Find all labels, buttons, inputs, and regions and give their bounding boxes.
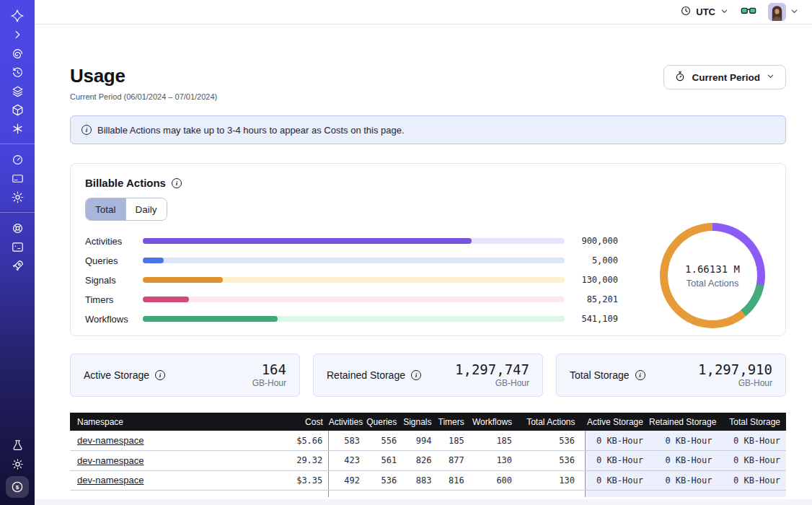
- bar-value: 541,109: [573, 314, 618, 324]
- cell-queries: 536: [366, 470, 402, 491]
- info-icon[interactable]: i: [172, 178, 182, 188]
- cell-retained_storage: 0 KB-Hour: [649, 431, 718, 451]
- bar-label: Timers: [85, 294, 134, 305]
- bar-row: Activities900,000: [85, 237, 618, 245]
- bar-value: 85,201: [573, 294, 618, 304]
- info-icon: i: [81, 125, 92, 135]
- tab-total[interactable]: Total: [86, 198, 125, 220]
- page-subtitle: Current Period (06/01/2024 – 07/01/2024): [70, 92, 217, 101]
- info-icon[interactable]: i: [411, 370, 421, 380]
- flask-icon[interactable]: [6, 436, 28, 454]
- rocket-icon[interactable]: [6, 256, 28, 275]
- lifebuoy-icon[interactable]: [6, 219, 28, 237]
- bar-fill: [143, 277, 223, 283]
- user-menu[interactable]: [768, 3, 799, 21]
- cell-active_storage: 0 KB-Hour: [586, 431, 649, 451]
- table-row: dev-namespace29.324235618268771305360 KB…: [70, 451, 786, 471]
- namespace-link[interactable]: dev-namespace: [77, 495, 144, 497]
- layers-icon[interactable]: [6, 82, 28, 100]
- dollar-icon[interactable]: $: [6, 476, 29, 498]
- cell-total_storage: [718, 491, 786, 498]
- bar-fill: [143, 297, 189, 302]
- donut-center: 1.66131 M Total Actions: [668, 231, 757, 320]
- cube-icon[interactable]: [6, 100, 28, 119]
- card-icon[interactable]: [6, 169, 28, 188]
- timezone-selector[interactable]: UTC: [680, 5, 729, 19]
- temporal-logo[interactable]: [6, 6, 28, 25]
- namespace-link[interactable]: dev-namespace: [77, 475, 144, 486]
- total-storage-card: Total Storage i 1,297,910 GB-Hour: [556, 354, 786, 397]
- cell-namespace: dev-namespace: [70, 431, 280, 451]
- cell-namespace: dev-namespace: [70, 451, 280, 471]
- sun-icon[interactable]: [6, 454, 28, 473]
- asterisk-icon[interactable]: [6, 119, 28, 138]
- sidebar-divider: [0, 212, 35, 213]
- cell-total_storage: 0 KB-Hour: [718, 451, 786, 471]
- page-title: Usage: [70, 65, 217, 87]
- spiral-icon[interactable]: [6, 44, 28, 63]
- bar-row: Timers85,201: [85, 295, 618, 304]
- storage-card-label: Active Storage: [84, 369, 149, 381]
- cell-activities: 583: [329, 431, 366, 451]
- bar-row: Queries5,000: [85, 256, 618, 265]
- cell-signals: 994: [402, 431, 437, 451]
- storage-card-unit: GB-Hour: [455, 379, 529, 389]
- namespace-link[interactable]: dev-namespace: [77, 455, 144, 466]
- history-icon[interactable]: [6, 63, 28, 82]
- total-actions-donut: 1.66131 M Total Actions: [660, 223, 765, 328]
- terminal-icon[interactable]: [6, 237, 28, 256]
- column-header-queries: Queries: [366, 413, 402, 431]
- bottom-scroll-strip[interactable]: [35, 499, 812, 505]
- page-header: Usage Current Period (06/01/2024 – 07/01…: [70, 65, 786, 101]
- cell-total_actions: [518, 491, 585, 498]
- cell-total_actions: 536: [518, 431, 585, 451]
- table-header-row: NamespaceCostActivitiesQueriesSignalsTim…: [70, 413, 786, 431]
- column-header-signals: Signals: [402, 413, 437, 431]
- tab-daily[interactable]: Daily: [125, 198, 167, 220]
- storage-card-label: Retained Storage: [327, 369, 405, 381]
- storage-card-value: 1,297,747: [455, 362, 529, 378]
- namespace-link[interactable]: dev-namespace: [77, 435, 144, 446]
- cell-activities: [329, 491, 366, 498]
- cell-queries: 561: [366, 451, 402, 471]
- chevron-right-icon[interactable]: [6, 25, 28, 44]
- column-header-cost: Cost: [280, 413, 328, 431]
- bar-track: [143, 316, 565, 322]
- svg-text:$: $: [16, 484, 19, 491]
- namespace-table: NamespaceCostActivitiesQueriesSignalsTim…: [70, 413, 786, 497]
- sidebar-nav: $: [0, 0, 35, 505]
- cell-namespace: dev-namespace: [70, 470, 280, 491]
- retained-storage-card: Retained Storage i 1,297,747 GB-Hour: [313, 354, 543, 397]
- active-storage-card: Active Storage i 164 GB-Hour: [70, 354, 300, 397]
- bar-fill: [143, 238, 472, 244]
- table-row: dev-namespace$5.665835569941851855360 KB…: [70, 431, 786, 451]
- cell-workflows: 130: [470, 451, 518, 471]
- gear-icon[interactable]: [6, 188, 28, 206]
- storage-card-unit: GB-Hour: [698, 379, 772, 389]
- billable-actions-title: Billable Actions: [85, 177, 166, 189]
- cell-signals: [402, 491, 437, 498]
- column-header-active_storage: Active Storage: [586, 413, 649, 431]
- cell-cost: 29.32: [280, 451, 328, 471]
- bar-label: Signals: [85, 275, 134, 286]
- timezone-label: UTC: [696, 6, 715, 17]
- period-button-label: Current Period: [692, 72, 760, 83]
- stopwatch-icon: [674, 71, 686, 84]
- namespace-table-wrap: NamespaceCostActivitiesQueriesSignalsTim…: [70, 413, 786, 497]
- billable-actions-card: Billable Actions i Total Daily Activitie…: [70, 163, 786, 336]
- gauge-icon[interactable]: [6, 150, 28, 169]
- topbar: UTC: [35, 0, 812, 25]
- bar-track: [143, 258, 565, 263]
- bar-row: Workflows541,109: [85, 315, 618, 323]
- cell-queries: [366, 491, 402, 498]
- info-icon[interactable]: i: [155, 370, 165, 380]
- info-icon[interactable]: i: [635, 370, 645, 380]
- bar-label: Workflows: [85, 314, 134, 325]
- bar-row: Signals130,000: [85, 276, 618, 284]
- glasses-icon[interactable]: [741, 4, 756, 20]
- app-window: $ UTC: [0, 0, 812, 505]
- period-dropdown-button[interactable]: Current Period: [663, 65, 786, 89]
- cell-total_actions: 536: [518, 451, 585, 471]
- bar-track: [143, 277, 565, 283]
- cell-timers: [438, 491, 470, 498]
